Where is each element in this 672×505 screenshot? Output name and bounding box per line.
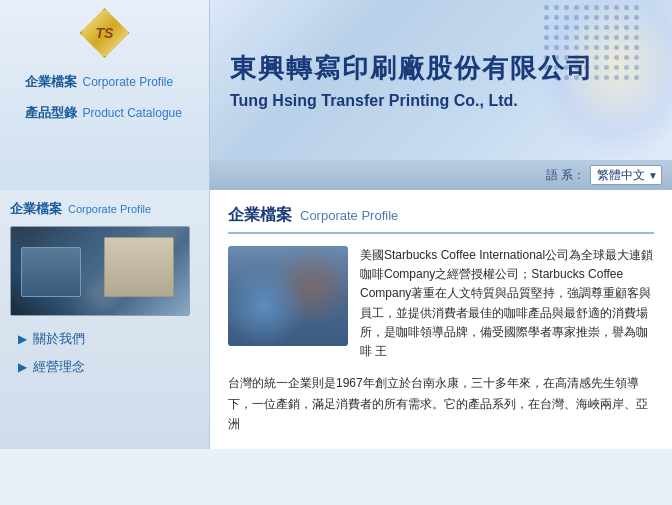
nav-product-en: Product Catalogue bbox=[83, 106, 182, 120]
nav-corporate-en: Corporate Profile bbox=[83, 75, 174, 89]
lang-label: 語 系： bbox=[546, 167, 585, 184]
panel-title-cn: 企業檔案 bbox=[228, 205, 292, 226]
product-thumbnail bbox=[228, 246, 348, 346]
panel-title-en: Corporate Profile bbox=[300, 208, 398, 223]
sidebar-image bbox=[10, 226, 190, 316]
lang-select[interactable]: 繁體中文 English 日本語 bbox=[590, 165, 662, 185]
sidebar-section-cn: 企業檔案 bbox=[10, 200, 62, 218]
sidebar-link-about-text: 關於我們 bbox=[33, 330, 85, 348]
sidebar-link-about[interactable]: ▶ 關於我們 bbox=[10, 326, 199, 352]
intro-text: 美國Starbucks Coffee International公司為全球最大連… bbox=[360, 246, 654, 361]
logo-text: TS bbox=[96, 25, 114, 41]
logo-area: TS bbox=[80, 8, 130, 58]
machinery-image bbox=[11, 227, 189, 315]
header-section: TS 企業檔案 Corporate Profile 產品型錄 Product C… bbox=[0, 0, 672, 190]
header-right: 東興轉寫印刷廠股份有限公司 Tung Hsing Transfer Printi… bbox=[210, 0, 672, 190]
sidebar-section-en: Corporate Profile bbox=[68, 203, 151, 215]
nav-corporate-profile[interactable]: 企業檔案 Corporate Profile bbox=[15, 68, 195, 96]
intro-product-image bbox=[228, 246, 348, 346]
left-sidebar: 企業檔案 Corporate Profile ▶ 關於我們 ▶ 經營理念 bbox=[0, 190, 210, 449]
header-banner: 東興轉寫印刷廠股份有限公司 Tung Hsing Transfer Printi… bbox=[210, 0, 672, 160]
sidebar-section-header: 企業檔案 Corporate Profile bbox=[10, 200, 199, 218]
logo-icon: TS bbox=[80, 8, 130, 58]
machine-part-2 bbox=[104, 237, 174, 297]
lang-select-wrapper[interactable]: 繁體中文 English 日本語 ▼ bbox=[590, 165, 662, 185]
company-name-en: Tung Hsing Transfer Printing Co., Ltd. bbox=[230, 92, 652, 110]
main-panel: 企業檔案 Corporate Profile 美國Starbucks Coffe… bbox=[210, 190, 672, 449]
body-text: 台灣的統一企業則是1967年創立於台南永康，三十多年來，在高清感先生領導下，一位… bbox=[228, 373, 654, 434]
bullet-icon-2: ▶ bbox=[18, 360, 27, 374]
nav-product-catalogue[interactable]: 產品型錄 Product Catalogue bbox=[15, 99, 195, 127]
lang-bar: 語 系： 繁體中文 English 日本語 ▼ bbox=[210, 160, 672, 190]
left-nav-top: TS 企業檔案 Corporate Profile 產品型錄 Product C… bbox=[0, 0, 210, 190]
bullet-icon: ▶ bbox=[18, 332, 27, 346]
company-name-cn: 東興轉寫印刷廠股份有限公司 bbox=[230, 51, 652, 86]
content-intro: 美國Starbucks Coffee International公司為全球最大連… bbox=[228, 246, 654, 361]
sidebar-link-management-text: 經營理念 bbox=[33, 358, 85, 376]
sidebar-link-management[interactable]: ▶ 經營理念 bbox=[10, 354, 199, 380]
nav-corporate-cn: 企業檔案 bbox=[25, 73, 77, 91]
machine-part-1 bbox=[21, 247, 81, 297]
nav-product-cn: 產品型錄 bbox=[25, 104, 77, 122]
main-content: 企業檔案 Corporate Profile ▶ 關於我們 ▶ 經營理念 企業檔… bbox=[0, 190, 672, 449]
panel-header: 企業檔案 Corporate Profile bbox=[228, 205, 654, 234]
